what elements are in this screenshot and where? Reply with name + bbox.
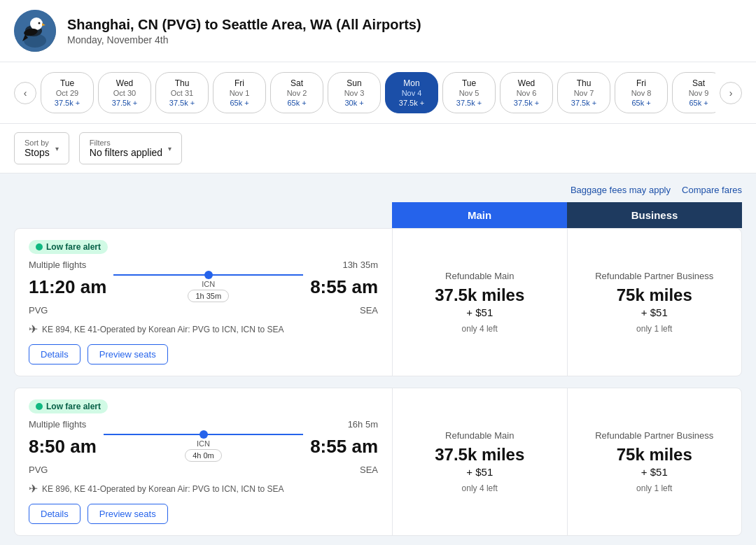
business-fare-miles-1: 75k miles	[617, 445, 692, 465]
fare-spacer	[14, 202, 392, 228]
sort-by-button[interactable]: Sort by Stops ▾	[14, 132, 69, 164]
business-fare-option-1[interactable]: Refundable Partner Business 75k miles + …	[568, 388, 742, 535]
sort-chevron-icon: ▾	[55, 145, 59, 153]
flight-line-0: ICN 1h 35m	[113, 271, 303, 302]
date-item-6[interactable]: Mon Nov 4 37.5k +	[385, 72, 438, 113]
flight-type-0: Multiple flights	[29, 260, 86, 270]
main-fare-option-0[interactable]: Refundable Main 37.5k miles + $51 only 4…	[393, 229, 568, 376]
arrive-time-0: 8:55 am	[310, 276, 378, 298]
avatar-image	[14, 10, 56, 52]
compare-fares-link[interactable]: Compare fares	[682, 185, 742, 195]
day-name: Wed	[107, 78, 142, 88]
flight-header-0: Multiple flights 13h 35m	[29, 260, 378, 270]
next-date-button[interactable]: ›	[720, 82, 742, 104]
flight-info-0: Low fare alert Multiple flights 13h 35m …	[15, 229, 393, 376]
date-item-0[interactable]: Tue Oct 29 37.5k +	[41, 72, 94, 113]
filters-value: No filters applied	[90, 147, 162, 158]
utility-row: Baggage fees may apply Compare fares	[14, 185, 742, 195]
low-fare-label: Low fare alert	[46, 242, 101, 252]
day-date: Nov 3	[337, 89, 372, 97]
date-item-1[interactable]: Wed Oct 30 37.5k +	[98, 72, 151, 113]
date-item-3[interactable]: Fri Nov 1 65k +	[213, 72, 266, 113]
chevron-left-icon: ‹	[24, 87, 27, 99]
date-picker: ‹ Tue Oct 29 37.5k + Wed Oct 30 37.5k + …	[0, 62, 756, 124]
flight-actions-1: Details Preview seats	[29, 504, 378, 524]
day-name: Fri	[624, 78, 659, 88]
date-item-10[interactable]: Fri Nov 8 65k +	[615, 72, 668, 113]
day-price: 37.5k +	[50, 99, 85, 107]
filters-button[interactable]: Filters No filters applied ▾	[79, 132, 182, 164]
business-fare-label-0: Refundable Partner Business	[595, 271, 713, 281]
day-price: 65k +	[279, 99, 314, 107]
details-button-1[interactable]: Details	[29, 504, 80, 524]
date-item-11[interactable]: Sat Nov 9 65k +	[672, 72, 715, 113]
stop-duration-badge-0: 1h 35m	[188, 290, 229, 302]
business-fare-option-0[interactable]: Refundable Partner Business 75k miles + …	[568, 229, 742, 376]
airports-1: PVG SEA	[29, 465, 378, 475]
low-fare-dot-icon	[36, 403, 43, 410]
main-fare-option-1[interactable]: Refundable Main 37.5k miles + $51 only 4…	[393, 388, 568, 535]
main-fare-miles-1: 37.5k miles	[435, 445, 524, 465]
business-fare-availability-1: only 1 left	[636, 483, 672, 493]
arrive-time-1: 8:55 am	[310, 436, 378, 458]
main-fare-label-1: Refundable Main	[445, 430, 514, 441]
filters-label: Filters	[90, 139, 162, 147]
fare-options-0: Refundable Main 37.5k miles + $51 only 4…	[393, 229, 741, 376]
airline-icon-1: ✈	[29, 482, 38, 495]
fare-options-1: Refundable Main 37.5k miles + $51 only 4…	[393, 388, 741, 535]
main-fare-label-0: Refundable Main	[445, 271, 514, 281]
preview-seats-button-1[interactable]: Preview seats	[88, 504, 168, 524]
date-item-5[interactable]: Sun Nov 3 30k +	[328, 72, 381, 113]
day-name: Thu	[566, 78, 601, 88]
flight-duration-0: 13h 35m	[342, 260, 378, 270]
header-text: Shanghai, CN (PVG) to Seattle Area, WA (…	[67, 17, 421, 45]
business-fare-header[interactable]: Business	[567, 202, 742, 228]
flight-type-1: Multiple flights	[29, 419, 86, 430]
day-price: 37.5k +	[451, 99, 486, 107]
day-price: 37.5k +	[566, 99, 601, 107]
business-fare-availability-0: only 1 left	[636, 324, 672, 334]
flight-card-0: Low fare alert Multiple flights 13h 35m …	[14, 228, 742, 376]
day-price: 30k +	[337, 99, 372, 107]
stop-dot-icon	[200, 430, 208, 439]
date-item-2[interactable]: Thu Oct 31 37.5k +	[155, 72, 209, 113]
business-fare-label-1: Refundable Partner Business	[595, 430, 713, 441]
day-price: 65k +	[624, 99, 659, 107]
business-fare-plus-1: + $51	[641, 466, 668, 478]
svg-point-3	[30, 17, 43, 30]
date-item-9[interactable]: Thu Nov 7 37.5k +	[557, 72, 610, 113]
day-price: 37.5k +	[164, 99, 200, 107]
stop-airport-1: ICN	[197, 439, 210, 448]
header: Shanghai, CN (PVG) to Seattle Area, WA (…	[0, 0, 756, 62]
date-item-4[interactable]: Sat Nov 2 65k +	[270, 72, 323, 113]
date-item-8[interactable]: Wed Nov 6 37.5k +	[500, 72, 553, 113]
main-fare-availability-0: only 4 left	[462, 324, 498, 334]
route-line-0	[113, 274, 303, 276]
low-fare-dot-icon	[36, 243, 43, 250]
main-fare-miles-0: 37.5k miles	[435, 285, 524, 305]
low-fare-alert-1: Low fare alert	[29, 399, 108, 413]
filters-bar: Sort by Stops ▾ Filters No filters appli…	[0, 124, 756, 174]
stop-duration-badge-1: 4h 0m	[185, 449, 222, 462]
details-button-0[interactable]: Details	[29, 344, 80, 364]
page: Shanghai, CN (PVG) to Seattle Area, WA (…	[0, 0, 756, 545]
depart-time-0: 11:20 am	[29, 276, 106, 298]
main-fare-availability-1: only 4 left	[462, 483, 498, 493]
depart-airport-0: PVG	[29, 305, 48, 316]
business-fare-miles-0: 75k miles	[617, 285, 692, 305]
day-price: 65k +	[222, 99, 257, 107]
flight-header-1: Multiple flights 16h 5m	[29, 419, 378, 430]
preview-seats-button-0[interactable]: Preview seats	[88, 344, 168, 364]
day-price: 37.5k +	[509, 99, 544, 107]
sort-by-value: Stops	[24, 147, 50, 158]
airline-icon-0: ✈	[29, 323, 38, 336]
prev-date-button[interactable]: ‹	[14, 82, 36, 104]
day-date: Nov 8	[624, 89, 659, 97]
flight-line-1: ICN 4h 0m	[104, 431, 303, 462]
baggage-fees-link[interactable]: Baggage fees may apply	[570, 185, 671, 195]
day-name: Tue	[50, 78, 85, 88]
date-item-7[interactable]: Tue Nov 5 37.5k +	[442, 72, 496, 113]
main-fare-header[interactable]: Main	[392, 202, 567, 228]
flight-card-1: Low fare alert Multiple flights 16h 5m 8…	[14, 388, 742, 536]
stop-dot-icon	[204, 271, 213, 279]
